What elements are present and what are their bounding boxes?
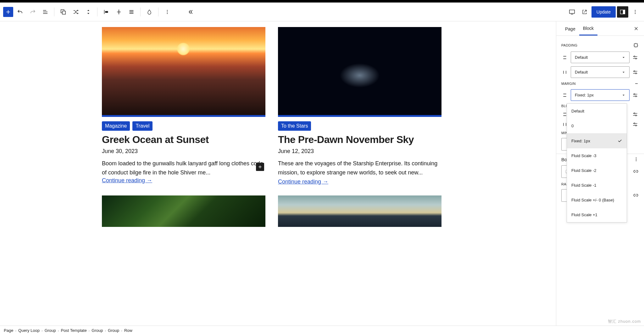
svg-point-19	[634, 113, 635, 114]
svg-point-4	[167, 11, 168, 12]
post-card[interactable]: Magazine Travel Greek Ocean at Sunset Ju…	[102, 27, 265, 186]
post-date: June 30, 2023	[102, 148, 265, 155]
dropdown-option[interactable]: Fluid Scale +/- 0 (Base)	[567, 193, 627, 207]
svg-point-11	[635, 13, 636, 14]
breadcrumb-item[interactable]: Query Loop	[18, 328, 40, 333]
svg-point-9	[635, 10, 636, 11]
tab-page[interactable]: Page	[561, 22, 579, 35]
link-sides-icon[interactable]	[633, 168, 639, 175]
continue-reading-link[interactable]: Continue reading →	[278, 178, 328, 185]
watermark-text: 智汇 zhuon.com	[608, 319, 641, 324]
post-thumbnail[interactable]	[278, 195, 441, 227]
drop-icon[interactable]	[144, 6, 155, 18]
breadcrumb-item[interactable]: Group	[108, 328, 119, 333]
breadcrumb-item[interactable]: Row	[124, 328, 132, 333]
post-tag[interactable]: Travel	[132, 121, 153, 131]
svg-point-14	[636, 58, 637, 59]
vertical-sides-icon	[561, 55, 568, 60]
svg-rect-2	[105, 11, 108, 13]
settings-sidebar: Page Block PADDING Default Default MARGI…	[556, 21, 644, 326]
add-block-button[interactable]	[3, 7, 13, 17]
dropdown-option[interactable]: 0	[567, 118, 627, 133]
collapse-icon[interactable]	[185, 6, 196, 18]
custom-size-button[interactable]	[632, 54, 639, 61]
align-center-icon[interactable]	[113, 6, 125, 18]
add-block-inline-button[interactable]	[256, 163, 264, 171]
margin-unlink-icon[interactable]	[634, 81, 639, 86]
post-thumbnail[interactable]	[102, 195, 265, 227]
svg-point-22	[636, 125, 637, 126]
editor-canvas[interactable]: Magazine Travel Greek Ocean at Sunset Ju…	[0, 21, 556, 326]
post-excerpt: These are the voyages of the Starship En…	[278, 159, 441, 186]
margin-vertical-select[interactable]: Fixed: 1px	[571, 89, 630, 101]
svg-point-17	[634, 93, 635, 95]
breadcrumb-bar: Page› Query Loop› Group› Post Template› …	[0, 326, 644, 335]
post-title[interactable]: Greek Ocean at Sunset	[102, 134, 265, 146]
post-date: June 12, 2023	[278, 148, 441, 155]
svg-rect-8	[623, 10, 625, 14]
svg-point-25	[636, 160, 636, 161]
svg-point-10	[635, 11, 636, 12]
device-preview-button[interactable]	[566, 6, 578, 18]
shuffle-icon[interactable]	[70, 6, 81, 18]
post-thumbnail[interactable]	[278, 27, 441, 117]
svg-point-5	[167, 13, 168, 14]
align-left-icon[interactable]	[101, 6, 112, 18]
custom-size-button[interactable]	[632, 69, 639, 75]
svg-point-24	[636, 159, 636, 160]
custom-size-button[interactable]	[632, 92, 639, 98]
breadcrumb-item[interactable]: Post Template	[61, 328, 86, 333]
editor-toolbar: Update	[0, 3, 644, 21]
padding-linked-icon[interactable]	[633, 42, 639, 48]
dropdown-option[interactable]: Fluid Scale -3	[567, 148, 627, 163]
padding-vertical-select[interactable]: Default	[571, 52, 630, 63]
sidebar-toggle-button[interactable]	[617, 6, 628, 18]
redo-button[interactable]	[27, 6, 38, 18]
svg-rect-12	[634, 44, 637, 47]
group-icon[interactable]	[58, 6, 69, 18]
dropdown-option-selected[interactable]: Fixed: 1px	[567, 133, 627, 148]
horizontal-sides-icon	[561, 70, 568, 75]
svg-point-3	[167, 10, 168, 11]
dropdown-option[interactable]: Fluid Scale -2	[567, 163, 627, 178]
external-link-button[interactable]	[579, 6, 590, 18]
kebab-menu-button[interactable]	[630, 6, 641, 18]
list-view-button[interactable]	[40, 6, 51, 18]
close-sidebar-button[interactable]	[633, 26, 639, 31]
vertical-sides-icon	[561, 93, 568, 98]
border-options-button[interactable]	[633, 157, 639, 162]
svg-rect-6	[569, 10, 575, 13]
padding-horizontal-select[interactable]: Default	[571, 66, 630, 78]
custom-size-button[interactable]	[632, 121, 639, 128]
post-tag[interactable]: To the Stars	[278, 121, 311, 131]
svg-point-15	[634, 70, 635, 72]
undo-button[interactable]	[14, 6, 26, 18]
svg-point-20	[636, 115, 637, 116]
link-sides-icon[interactable]	[633, 192, 639, 199]
dropdown-option[interactable]: Fluid Scale +1	[567, 207, 627, 222]
post-title[interactable]: The Pre-Dawn November Sky	[278, 134, 441, 146]
padding-label: PADDING	[561, 43, 577, 47]
dropdown-option[interactable]: Fluid Scale -1	[567, 178, 627, 193]
tab-block[interactable]: Block	[579, 21, 597, 36]
update-button[interactable]: Update	[591, 6, 616, 18]
svg-point-16	[636, 73, 637, 74]
breadcrumb-item[interactable]: Page	[4, 328, 13, 333]
custom-size-button[interactable]	[632, 111, 639, 118]
svg-point-13	[634, 56, 635, 57]
more-options-button[interactable]	[162, 6, 173, 18]
continue-reading-link[interactable]: Continue reading →	[102, 177, 152, 184]
dropdown-option[interactable]: Default	[567, 104, 627, 118]
justify-icon[interactable]	[126, 6, 137, 18]
move-button[interactable]	[83, 6, 94, 18]
post-tag[interactable]: Magazine	[102, 121, 130, 131]
margin-select-dropdown[interactable]: Default 0 Fixed: 1px Fluid Scale -3 Flui…	[567, 103, 627, 222]
post-excerpt: Boom loaded to the gunwalls hulk lanyard…	[102, 159, 265, 177]
post-card[interactable]: To the Stars The Pre-Dawn November Sky J…	[278, 27, 441, 186]
svg-point-21	[634, 123, 635, 124]
breadcrumb-item[interactable]: Group	[92, 328, 103, 333]
margin-label: MARGIN	[561, 82, 576, 85]
svg-point-23	[636, 157, 636, 158]
breadcrumb-item[interactable]: Group	[45, 328, 56, 333]
post-thumbnail[interactable]	[102, 27, 265, 117]
